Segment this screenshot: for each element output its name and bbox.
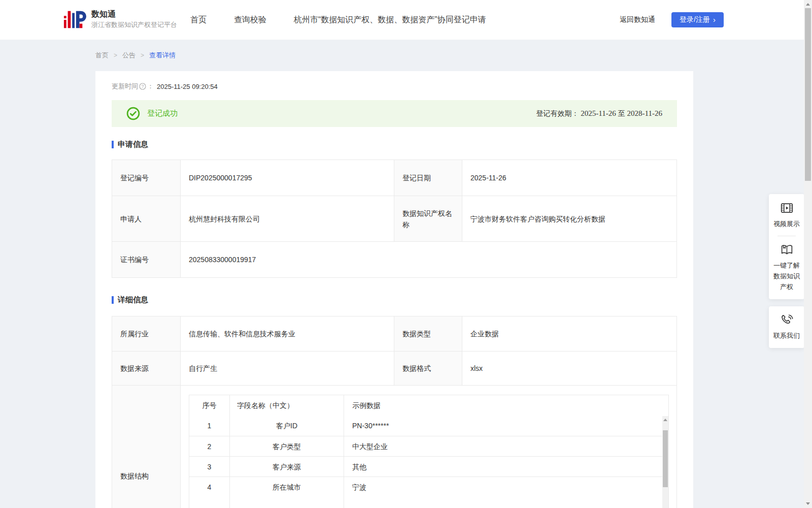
data-type-label: 数据类型 [394, 316, 462, 351]
structure-cell: 宁波 [344, 477, 668, 497]
svg-text:?: ? [141, 84, 144, 89]
side-card-top: 视频展示 一键了解数据知识产权 [769, 194, 804, 299]
reg-no-value: DIP2025000017295 [181, 160, 394, 196]
update-time-colon: ： [147, 82, 154, 91]
table-row: 证书编号 20250833000019917 [112, 241, 676, 277]
video-label[interactable]: 视频展示 [773, 218, 800, 229]
structure-row: 3客户来源其他 [189, 456, 668, 477]
chevron-right-icon: › [713, 16, 716, 23]
structure-cell: 4 [189, 477, 230, 497]
dip-name-label: 数据知识产权名称 [394, 196, 462, 241]
details-section-title: 详细信息 [112, 296, 677, 304]
video-icon[interactable] [780, 201, 794, 215]
app-header: 数知通 浙江省数据知识产权登记平台 首页 查询校验 杭州市“数据知识产权、数据、… [0, 0, 812, 40]
structure-row-partial [189, 497, 668, 508]
logo[interactable]: 数知通 浙江省数据知识产权登记平台 [63, 8, 177, 31]
industry-label: 所属行业 [112, 316, 181, 351]
side-panel: 视频展示 一键了解数据知识产权 联系我们 [769, 194, 804, 348]
applicant-value: 杭州慧封科技有限公司 [181, 196, 394, 241]
guide-label[interactable]: 一键了解数据知识产权 [771, 260, 802, 292]
validity-period: 登记有效期： 2025-11-26 至 2028-11-26 [536, 109, 662, 118]
logo-text: 数知通 浙江省数据知识产权登记平台 [91, 9, 177, 29]
scrollbar-thumb[interactable] [663, 430, 668, 487]
structure-table: 序号 字段名称（中文） 示例数据 1客户IDPN-30******2客户类型中大… [189, 395, 669, 508]
structure-cell: 其他 [344, 457, 668, 477]
structure-cell: 1 [189, 416, 230, 436]
status-text: 登记成功 [147, 109, 178, 118]
breadcrumb-current: 查看详情 [149, 51, 176, 60]
nav-query-verify[interactable]: 查询校验 [234, 15, 266, 25]
structure-cell: 客户来源 [230, 457, 344, 477]
structure-row: 4所在城市宁波 [189, 477, 668, 497]
breadcrumb-separator: > [114, 52, 117, 59]
table-row: 申请人 杭州慧封科技有限公司 数据知识产权名称 宁波市财务软件客户咨询购买转化分… [112, 196, 676, 241]
data-type-value: 企业数据 [462, 316, 676, 351]
reg-no-label: 登记编号 [112, 160, 181, 196]
update-time-row: 更新时间 ? ： 2025-11-25 09:20:54 [112, 81, 677, 91]
breadcrumb: 首页 > 公告 > 查看详情 [95, 51, 176, 60]
dip-name-value: 宁波市财务软件客户咨询购买转化分析数据 [462, 196, 676, 241]
side-card-contact: 联系我们 [769, 306, 804, 348]
reg-date-label: 登记日期 [394, 160, 462, 196]
logo-subtitle: 浙江省数据知识产权登记平台 [91, 20, 177, 29]
breadcrumb-separator: > [141, 52, 144, 59]
back-to-shuzhitong-link[interactable]: 返回数知通 [620, 15, 655, 24]
structure-cell: 客户ID [230, 416, 344, 436]
structure-header-row: 序号 字段名称（中文） 示例数据 [189, 395, 668, 416]
reg-date-value: 2025-11-26 [462, 160, 676, 196]
scroll-up-icon[interactable] [663, 419, 667, 421]
nav-home[interactable]: 首页 [190, 15, 207, 25]
structure-row: 1客户IDPN-30****** [189, 416, 668, 436]
structure-table-rows: 1客户IDPN-30******2客户类型中大型企业3客户来源其他4所在城市宁波 [189, 416, 668, 497]
contact-label[interactable]: 联系我们 [773, 330, 800, 341]
table-row: 数据来源 自行产生 数据格式 xlsx [112, 351, 676, 385]
check-circle-icon [126, 107, 140, 120]
book-icon[interactable] [780, 243, 794, 257]
breadcrumb-home[interactable]: 首页 [95, 51, 109, 60]
structure-cell: PN-30****** [344, 416, 668, 436]
structure-cell: 所在城市 [230, 477, 344, 497]
structure-cell: 3 [189, 457, 230, 477]
data-source-label: 数据来源 [112, 352, 181, 385]
detail-info-table: 所属行业 信息传输、软件和信息技术服务业 数据类型 企业数据 数据来源 自行产生… [112, 316, 677, 508]
page: 数知通 浙江省数据知识产权登记平台 首页 查询校验 杭州市“数据知识产权、数据、… [0, 0, 812, 508]
detail-card: 更新时间 ? ： 2025-11-25 09:20:54 登记成功 登记有效期： [95, 71, 693, 508]
section-title-text: 申请信息 [118, 140, 148, 149]
application-info-table: 登记编号 DIP2025000017295 登记日期 2025-11-26 申请… [112, 160, 677, 278]
login-register-button[interactable]: 登录/注册 › [671, 12, 724, 27]
structure-cell: 2 [189, 436, 230, 456]
section-accent-bar [112, 296, 114, 304]
structure-header-seq: 序号 [189, 395, 230, 416]
table-row: 登记编号 DIP2025000017295 登记日期 2025-11-26 [112, 160, 676, 196]
page-scrollbar[interactable] [804, 0, 812, 508]
structure-row: 2客户类型中大型企业 [189, 436, 668, 456]
breadcrumb-notice[interactable]: 公告 [122, 51, 136, 60]
nav-hangzhou-joint-registration[interactable]: 杭州市“数据知识产权、数据、数据资产”协同登记申请 [294, 15, 486, 25]
data-format-value: xlsx [462, 352, 676, 385]
scroll-down-icon[interactable] [806, 502, 810, 505]
logo-icon [63, 8, 86, 31]
structure-cell: 客户类型 [230, 436, 344, 456]
table-row: 所属行业 信息传输、软件和信息技术服务业 数据类型 企业数据 [112, 316, 676, 351]
question-circle-icon[interactable]: ? [139, 83, 146, 90]
structure-header-sample: 示例数据 [344, 395, 668, 416]
phone-icon[interactable] [780, 313, 793, 327]
data-structure-cell: 序号 字段名称（中文） 示例数据 1客户IDPN-30******2客户类型中大… [181, 386, 677, 508]
applicant-label: 申请人 [112, 196, 181, 241]
data-source-value: 自行产生 [181, 352, 394, 385]
status-banner: 登记成功 登记有效期： 2025-11-26 至 2028-11-26 [112, 100, 677, 127]
industry-value: 信息传输、软件和信息技术服务业 [181, 316, 394, 351]
update-time-label: 更新时间 [112, 82, 138, 91]
data-structure-label: 数据结构 [112, 386, 181, 508]
structure-header-field: 字段名称（中文） [230, 395, 344, 416]
validity-to: 2028-11-26 [627, 109, 662, 117]
scroll-up-icon[interactable] [806, 3, 810, 6]
logo-title: 数知通 [91, 9, 177, 19]
scrollbar-thumb[interactable] [805, 8, 811, 181]
validity-word: 至 [618, 109, 625, 117]
validity-label: 登记有效期： [536, 109, 579, 117]
divider [777, 236, 796, 236]
structure-table-scrollbar[interactable] [662, 416, 668, 508]
section-accent-bar [112, 141, 114, 148]
cert-no-label: 证书编号 [112, 242, 181, 277]
